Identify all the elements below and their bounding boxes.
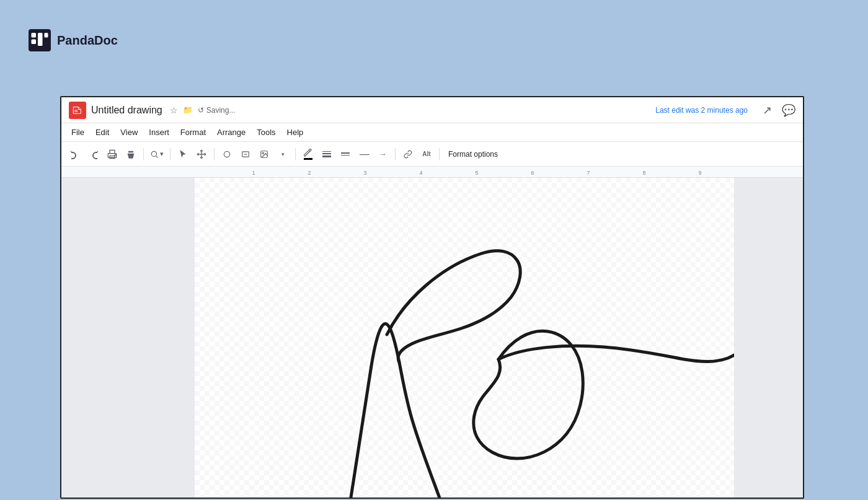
undo-button[interactable] — [66, 146, 84, 163]
pandadoc-logo-text: PandaDoc — [57, 33, 118, 48]
present-icon[interactable]: ↗ — [763, 103, 772, 117]
ruler-mark-4: 4 — [419, 170, 422, 176]
pandadoc-logo[interactable]: PandaDoc — [29, 29, 118, 51]
image-dropdown-button[interactable]: ▾ — [274, 146, 291, 163]
canvas-area[interactable] — [61, 178, 803, 498]
signature-drawing — [195, 178, 734, 498]
svg-rect-6 — [110, 150, 115, 153]
saving-indicator: ↺ Saving... — [198, 106, 236, 115]
menu-arrange[interactable]: Arrange — [212, 125, 250, 139]
saving-icon: ↺ — [198, 106, 204, 115]
title-bar: Untitled drawing ☆ 📁 ↺ Saving... Last ed… — [61, 97, 803, 123]
drawing-window: Untitled drawing ☆ 📁 ↺ Saving... Last ed… — [60, 96, 804, 499]
ruler-mark-1: 1 — [252, 170, 255, 176]
svg-point-9 — [115, 154, 115, 155]
menu-help[interactable]: Help — [282, 125, 309, 139]
svg-rect-1 — [32, 40, 37, 45]
title-actions: ↗ 💬 — [763, 103, 795, 117]
svg-point-17 — [262, 152, 264, 154]
print-button[interactable] — [104, 146, 121, 163]
svg-rect-3 — [45, 33, 48, 38]
toolbar: ▾ ▾ — [61, 142, 803, 167]
menu-insert[interactable]: Insert — [144, 125, 174, 139]
svg-rect-0 — [32, 33, 37, 38]
select-tool-button[interactable] — [174, 146, 192, 163]
menu-view[interactable]: View — [115, 125, 143, 139]
toolbar-divider-5 — [395, 148, 396, 160]
pandadoc-logo-icon — [29, 29, 51, 51]
line-weight-button[interactable] — [318, 146, 335, 163]
menu-edit[interactable]: Edit — [91, 125, 114, 139]
toolbar-divider-1 — [143, 148, 144, 160]
text-box-button[interactable] — [237, 146, 254, 163]
link-button[interactable] — [399, 146, 417, 163]
move-tool-button[interactable] — [193, 146, 210, 163]
menu-format[interactable]: Format — [175, 125, 211, 139]
shapes-button[interactable] — [218, 146, 236, 163]
arrow-style-button[interactable]: → — [374, 146, 391, 163]
star-icon[interactable]: ☆ — [170, 105, 178, 115]
drawing-canvas[interactable] — [195, 178, 734, 498]
svg-point-13 — [224, 151, 229, 157]
chat-icon[interactable]: 💬 — [782, 103, 795, 117]
pandadoc-header: PandaDoc — [0, 0, 868, 81]
ruler-mark-3: 3 — [363, 170, 366, 176]
ruler-mark-8: 8 — [642, 170, 645, 176]
menu-file[interactable]: File — [66, 125, 89, 139]
toolbar-divider-2 — [170, 148, 170, 160]
toolbar-divider-3 — [214, 148, 215, 160]
ruler-mark-9: 9 — [698, 170, 701, 176]
document-title[interactable]: Untitled drawing — [91, 105, 162, 116]
ruler-mark-2: 2 — [308, 170, 311, 176]
zoom-dropdown[interactable]: ▾ — [148, 149, 166, 160]
format-paint-button[interactable] — [122, 146, 140, 163]
line-color-button[interactable] — [299, 146, 317, 163]
ruler-mark-5: 5 — [475, 170, 478, 176]
last-edit-link[interactable]: Last edit was 2 minutes ago — [655, 106, 748, 115]
redo-button[interactable] — [85, 146, 102, 163]
image-button[interactable] — [255, 146, 273, 163]
app-icon — [69, 102, 86, 119]
toolbar-divider-6 — [439, 148, 440, 160]
ruler-mark-6: 6 — [531, 170, 534, 176]
svg-point-10 — [151, 151, 156, 156]
toolbar-divider-4 — [295, 148, 296, 160]
ruler: 1 2 3 4 5 6 7 8 9 — [61, 167, 803, 178]
saving-text: Saving... — [206, 106, 236, 115]
line-dash-button[interactable] — [337, 146, 354, 163]
menu-tools[interactable]: Tools — [252, 125, 280, 139]
alt-text-button[interactable]: Alt — [418, 146, 435, 163]
format-options-button[interactable]: Format options — [443, 147, 503, 161]
svg-rect-2 — [38, 33, 43, 46]
ruler-mark-7: 7 — [587, 170, 590, 176]
line-style-button[interactable]: — — [355, 146, 373, 163]
folder-icon[interactable]: 📁 — [183, 105, 193, 115]
menu-bar: File Edit View Insert Format Arrange Too… — [61, 123, 803, 142]
